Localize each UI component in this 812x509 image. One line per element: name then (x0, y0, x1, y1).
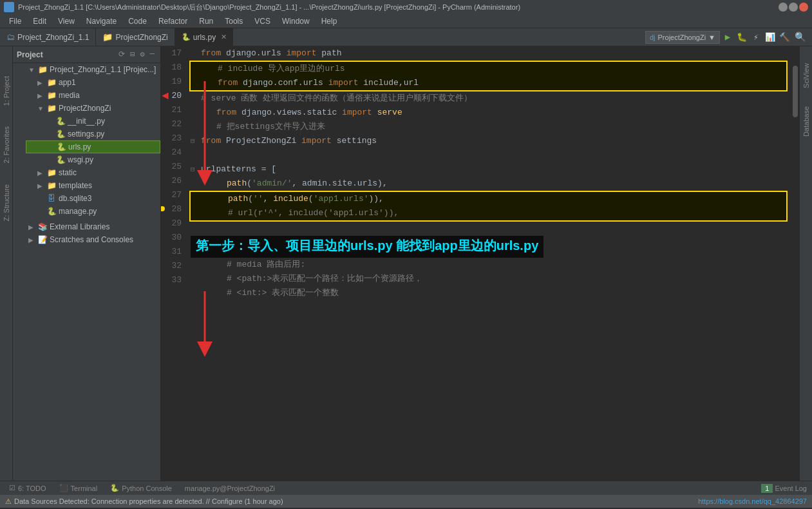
sidebar-title: Project (17, 50, 43, 59)
tab-bar: 🗂 Project_ZhongZi_1.1 📁 ProjectZhongZi 🐍… (0, 28, 812, 46)
scratches-icon: 📝 (37, 235, 48, 245)
tree-item-projectzhongzi[interactable]: ▼ 📁 ProjectZhongZi (26, 102, 160, 115)
tree-item-root[interactable]: ▼ 📁 Project_ZhongZi_1.1 [Projec...] (26, 63, 160, 76)
profile-button[interactable]: 📊 (764, 31, 777, 44)
menu-tools[interactable]: Tools (220, 15, 248, 27)
tab-structure[interactable]: Z: Structure (1, 180, 12, 225)
py-icon: 🐍 (55, 129, 66, 139)
tree-item-settings[interactable]: 🐍 settings.py (26, 128, 160, 140)
tree-item-manage[interactable]: 🐍 manage.py (26, 205, 160, 218)
window-controls (779, 3, 808, 12)
debug-button[interactable]: 🐛 (735, 31, 748, 44)
tree-item-wsgi[interactable]: 🐍 wsgi.py (26, 153, 160, 166)
annotation-text-box: 第一步：导入、项目里边的urls.py 能找到app里边的urls.py (191, 236, 543, 258)
menu-refactor[interactable]: Refactor (153, 15, 193, 27)
code-line-32: # <path:>表示匹配一个路径：比如一个资源路径， (191, 272, 786, 286)
project-tab-2[interactable]: 📁 ProjectZhongZi (96, 28, 175, 46)
scrollbar-thumb[interactable] (793, 66, 798, 117)
menu-vcs[interactable]: VCS (249, 15, 276, 27)
todo-icon: ☑ (9, 484, 15, 492)
menu-help[interactable]: Help (316, 15, 343, 27)
tree-item-templates[interactable]: ▶ 📁 templates (26, 179, 160, 192)
tree-item-static[interactable]: ▶ 📁 static (26, 166, 160, 179)
tree-label-static: static (59, 168, 77, 177)
menu-edit[interactable]: Edit (28, 15, 52, 27)
tree-item-init[interactable]: 🐍 __init__.py (26, 115, 160, 128)
tree-item-external[interactable]: ▶ 📚 External Libraries (26, 220, 160, 233)
line-num-21: 21 (161, 103, 182, 117)
editor-scrollbar[interactable] (791, 46, 799, 481)
sidebar: Project ⟳ ⊟ ⚙ — ▼ 📁 Project_ZhongZi_1.1 … (13, 46, 161, 481)
code-line-29 (191, 222, 786, 236)
menu-run[interactable]: Run (194, 15, 218, 27)
arrow-icon: ▼ (28, 66, 37, 73)
tab-manage[interactable]: manage.py@ProjectZhongZi (181, 481, 279, 495)
search-button[interactable]: 🔍 (792, 32, 808, 43)
arrow-icon: ▶ (37, 169, 46, 177)
tree-item-urls[interactable]: 🐍 urls.py (26, 140, 160, 153)
run-button[interactable]: ▶ (721, 31, 734, 44)
db-icon: 🗄 (46, 193, 57, 204)
tree-label-wsgi: wsgi.py (68, 155, 93, 164)
project-tab2-label: ProjectZhongZi (115, 33, 167, 42)
code-line-26: path('admin/', admin.site.urls), (191, 177, 786, 191)
code-line-33: # <int:> 表示匹配一个整数 (191, 286, 786, 300)
tab-favorites[interactable]: 2: Favorites (1, 122, 12, 167)
code-line-21: from django.views.static import serve (191, 106, 786, 120)
coverage-button[interactable]: ⚡ (750, 31, 762, 44)
tree-label-projectzhongzi: ProjectZhongZi (59, 104, 111, 113)
build-icon: 🔨 (779, 32, 789, 43)
project-tab-1[interactable]: 🗂 Project_ZhongZi_1.1 (0, 28, 96, 46)
menu-view[interactable]: View (53, 15, 80, 27)
menu-file[interactable]: File (4, 15, 26, 27)
sidebar-sync-icon[interactable]: ⟳ (117, 49, 127, 60)
app-icon (4, 2, 14, 12)
folder-icon: 📁 (46, 103, 57, 113)
menu-navigate[interactable]: Navigate (81, 15, 122, 27)
build-button[interactable]: 🔨 (778, 31, 791, 44)
code-line-20: # serve 函数 处理返回文件的函数（通俗来说是让用户顺利下载文件） ▶ (191, 91, 786, 106)
file-tab-urls[interactable]: 🐍 urls.py ✕ (175, 28, 234, 46)
profile-icon: 📊 (765, 32, 775, 43)
tab-terminal[interactable]: ⬛ Terminal (55, 481, 102, 495)
status-url[interactable]: https://blog.csdn.net/qq_42864297 (698, 497, 807, 505)
tab-database[interactable]: Database (801, 102, 811, 140)
menu-code[interactable]: Code (123, 15, 152, 27)
menu-window[interactable]: Window (277, 15, 315, 27)
tab-todo[interactable]: ☑ 6: TODO (5, 481, 50, 495)
code-area[interactable]: 17 18 19 ◄20 21 22 23 24 25 26 27 28 29 … (161, 46, 799, 481)
tab-python-console[interactable]: 🐍 Python Console (106, 481, 176, 495)
tree-item-media[interactable]: ▶ 📁 media (26, 89, 160, 102)
event-log-label: Event Log (775, 485, 807, 492)
line-num-32: 32 (161, 259, 182, 273)
line-num-26: 26 (161, 174, 182, 188)
tree-item-db[interactable]: 🗄 db.sqlite3 (26, 192, 160, 205)
close-button[interactable] (799, 3, 808, 12)
sidebar-collapse-icon[interactable]: ⊟ (128, 49, 137, 60)
line-num-22: 22 (161, 117, 182, 131)
sidebar-settings-icon[interactable]: ⚙ (138, 49, 147, 60)
code-line-27: path('', include('app1.urls')), (192, 192, 785, 206)
line-num-19: 19 (161, 75, 182, 89)
folder-icon: 📁 (46, 168, 57, 178)
tab-project[interactable]: 1: Project (1, 72, 12, 110)
minimize-button[interactable] (779, 3, 788, 12)
manage-label: manage.py@ProjectZhongZi (185, 485, 275, 492)
tab-sciview[interactable]: SciView (801, 59, 811, 92)
tree-label-scratches: Scratches and Consoles (50, 235, 133, 244)
event-count: 1 (761, 484, 773, 493)
menu-bar: File Edit View Navigate Code Refactor Ru… (0, 14, 812, 28)
tab-close-icon[interactable]: ✕ (221, 33, 227, 41)
maximize-button[interactable] (789, 3, 798, 12)
dropdown-arrow-icon: ▼ (708, 34, 715, 41)
sidebar-hide-icon[interactable]: — (148, 49, 156, 60)
tree-item-scratches[interactable]: ▶ 📝 Scratches and Consoles (26, 233, 160, 246)
sidebar-header: Project ⟳ ⊟ ⚙ — (13, 46, 160, 63)
code-editor: 17 18 19 ◄20 21 22 23 24 25 26 27 28 29 … (161, 46, 799, 481)
code-content[interactable]: from django.urls import path # include 导… (185, 46, 791, 481)
event-log-tab[interactable]: 1 Event Log (761, 485, 807, 492)
code-line-31: # media 路由后用: (191, 258, 786, 272)
tree-item-app1[interactable]: ▶ 📁 app1 (26, 76, 160, 89)
run-config-dropdown[interactable]: dj ProjectZhongZi ▼ (645, 31, 720, 44)
highlight-box-27-28: path('', include('app1.urls')), # url(r'… (189, 191, 788, 222)
